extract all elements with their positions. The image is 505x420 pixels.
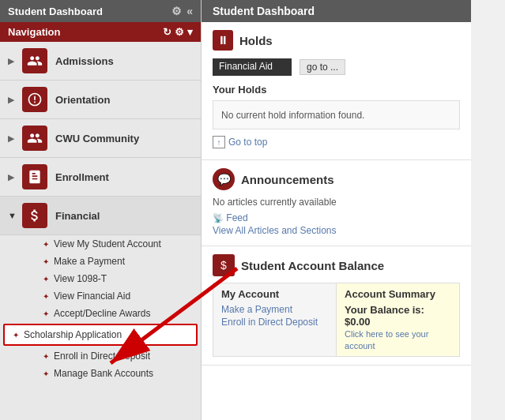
announcements-section: 💬 Announcements No articles currently av…: [202, 160, 471, 246]
community-label: CWU Community: [55, 133, 139, 144]
admissions-label: Admissions: [55, 55, 114, 67]
subitem-scholarship-application[interactable]: ✦ Scholarship Application: [3, 324, 198, 346]
bullet-icon-8: ✦: [43, 369, 49, 378]
my-account-column: My Account Make a Payment Enroll in Dire…: [213, 283, 337, 357]
balance-title-text: Student Account Balance: [241, 259, 384, 272]
nav-header: Navigation ↻ ⚙ ▾: [0, 22, 201, 42]
subitem-label-enroll-direct-deposit: Enroll in Direct Deposit: [54, 351, 150, 362]
account-summary-column: Account Summary Your Balance is: $0.00 C…: [337, 283, 460, 357]
no-holds-text: No current hold information found.: [221, 110, 364, 121]
holds-section: ⏸ Holds Financial Aid go to ... Your Hol…: [202, 22, 471, 160]
expand-arrow-orientation: ▶: [8, 95, 19, 105]
balance-icon: $: [213, 254, 235, 276]
subitem-label-view-student-account: View My Student Account: [54, 238, 161, 249]
enroll-direct-link[interactable]: Enroll in Direct Deposit: [221, 317, 328, 328]
subitem-label-make-payment: Make a Payment: [54, 256, 125, 267]
no-articles-text: No articles currently available: [213, 197, 460, 208]
sidebar-header-icons: ⚙ «: [171, 5, 193, 17]
navigation-label: Navigation: [8, 26, 60, 38]
expand-arrow-financial: ▼: [8, 211, 19, 220]
holds-title-row: ⏸ Holds: [213, 30, 460, 51]
sidebar-item-cwu-community[interactable]: ▶ CWU Community: [0, 119, 201, 158]
admissions-icon: [22, 48, 47, 73]
holds-controls: Financial Aid go to ...: [213, 58, 460, 76]
my-account-header: My Account: [221, 288, 328, 300]
bullet-icon-3: ✦: [43, 275, 49, 283]
rss-icon: 📡: [213, 213, 224, 223]
subitem-label-view-financial-aid: View Financial Aid: [54, 291, 130, 302]
expand-arrow-admissions: ▶: [8, 56, 19, 66]
financial-icon: [22, 203, 47, 228]
financial-subitems: ✦ View My Student Account ✦ Make a Payme…: [0, 235, 201, 385]
orientation-label: Orientation: [55, 94, 110, 106]
go-to-top-icon: ↑: [213, 136, 225, 148]
account-grid: My Account Make a Payment Enroll in Dire…: [213, 283, 460, 357]
subitem-label-scholarship-application: Scholarship Application: [24, 329, 122, 340]
subitem-label-view-1098t: View 1098-T: [54, 273, 107, 284]
bullet-icon-6: ✦: [13, 331, 19, 339]
sidebar-item-enrollment[interactable]: ▶ Enrollment: [0, 158, 201, 197]
subitem-label-accept-decline: Accept/Decline Awards: [54, 308, 151, 319]
holds-info-box: No current hold information found.: [213, 100, 460, 129]
main-header: Student Dashboard: [202, 0, 471, 22]
sidebar-title: Student Dashboard: [8, 6, 103, 17]
expand-arrow-community: ▶: [8, 133, 19, 144]
announcements-title-row: 💬 Announcements: [213, 168, 460, 190]
bullet-icon-2: ✦: [43, 257, 49, 266]
sidebar-item-orientation[interactable]: ▶ Orientation: [0, 81, 201, 119]
subitem-manage-bank[interactable]: ✦ Manage Bank Accounts: [0, 365, 201, 382]
enrollment-label: Enrollment: [55, 171, 109, 183]
subitem-label-manage-bank: Manage Bank Accounts: [54, 368, 153, 379]
bullet-icon-7: ✦: [43, 352, 49, 361]
chevron-down-icon[interactable]: ▾: [187, 26, 193, 38]
holds-dropdown-value: Financial Aid: [219, 61, 273, 72]
view-all-link[interactable]: View All Articles and Sections: [213, 225, 460, 236]
sidebar: Student Dashboard ⚙ « Navigation ↻ ⚙ ▾ ▶: [0, 0, 202, 420]
main-title: Student Dashboard: [213, 5, 315, 17]
balance-amount: Your Balance is: $0.00: [345, 304, 451, 328]
close-icon[interactable]: «: [187, 5, 193, 17]
nav-items-list: ▶ Admissions ▶ Orientation ▶: [0, 42, 201, 420]
sidebar-item-admissions[interactable]: ▶ Admissions: [0, 42, 201, 81]
subitem-view-student-account[interactable]: ✦ View My Student Account: [0, 235, 201, 253]
orientation-icon: [22, 87, 47, 112]
go-to-top-label: Go to top: [228, 137, 267, 148]
click-here-link[interactable]: Click here to see your account: [345, 329, 428, 351]
enrollment-icon: [22, 164, 47, 189]
financial-label: Financial: [55, 210, 100, 222]
sidebar-item-financial[interactable]: ▼ Financial: [0, 197, 201, 235]
rss-label: Feed: [226, 212, 247, 223]
refresh-icon[interactable]: ↻: [163, 26, 171, 38]
community-icon: [22, 126, 47, 151]
bullet-icon-1: ✦: [43, 240, 49, 249]
rss-feed-link[interactable]: 📡 Feed: [213, 212, 460, 223]
your-holds-label: Your Holds: [213, 84, 460, 96]
announcements-icon: 💬: [213, 168, 235, 190]
sidebar-header: Student Dashboard ⚙ «: [0, 0, 201, 22]
bullet-icon-5: ✦: [43, 309, 49, 318]
settings-icon[interactable]: ⚙: [175, 26, 184, 38]
bullet-icon-4: ✦: [43, 292, 49, 301]
nav-header-controls: ↻ ⚙ ▾: [163, 26, 193, 38]
account-balance-section: $ Student Account Balance My Account Mak…: [202, 246, 471, 366]
go-to-button[interactable]: go to ...: [300, 59, 345, 75]
go-to-top-link[interactable]: ↑ Go to top: [213, 136, 460, 148]
main-content: Student Dashboard ⏸ Holds Financial Aid …: [202, 0, 471, 420]
balance-title-row: $ Student Account Balance: [213, 254, 460, 276]
announcements-title-text: Announcements: [241, 173, 334, 186]
gear-icon[interactable]: ⚙: [171, 5, 182, 17]
account-summary-header: Account Summary: [345, 288, 451, 300]
holds-dropdown[interactable]: Financial Aid: [213, 58, 292, 76]
subitem-view-1098t[interactable]: ✦ View 1098-T: [0, 270, 201, 287]
holds-title-text: Holds: [239, 34, 273, 47]
expand-arrow-enrollment: ▶: [8, 172, 19, 182]
holds-icon: ⏸: [213, 30, 233, 51]
subitem-accept-decline[interactable]: ✦ Accept/Decline Awards: [0, 305, 201, 322]
make-payment-link[interactable]: Make a Payment: [221, 304, 328, 315]
subitem-make-payment[interactable]: ✦ Make a Payment: [0, 253, 201, 270]
subitem-view-financial-aid[interactable]: ✦ View Financial Aid: [0, 287, 201, 305]
subitem-enroll-direct-deposit[interactable]: ✦ Enroll in Direct Deposit: [0, 347, 201, 365]
